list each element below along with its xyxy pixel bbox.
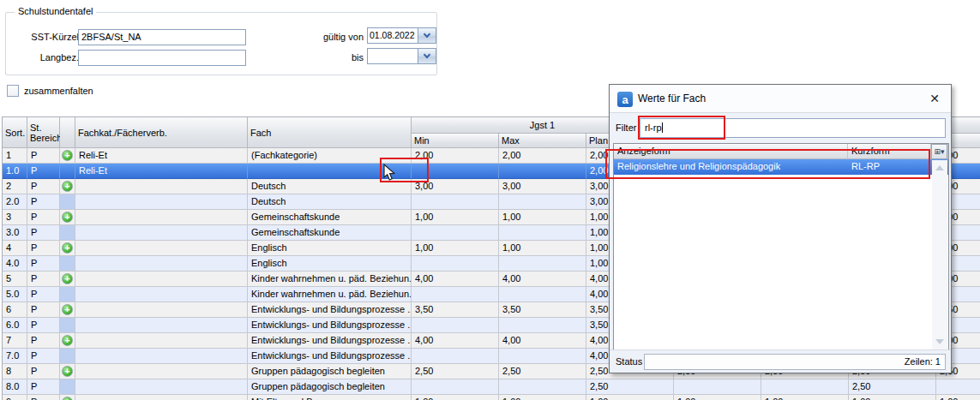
cell-value[interactable]: 3,00 bbox=[499, 179, 586, 194]
cell-fach[interactable]: Kinder wahrnehmen u. päd. Beziehun... bbox=[248, 272, 412, 287]
cell-value[interactable]: 2,50 bbox=[849, 379, 936, 395]
cell-value[interactable]: 1,00 bbox=[412, 241, 499, 256]
cell-value[interactable]: 4,00 bbox=[412, 333, 499, 349]
cell-value[interactable]: 2,00 bbox=[499, 148, 586, 164]
cell-value[interactable] bbox=[412, 318, 499, 333]
cell-value[interactable]: 2,50 bbox=[499, 364, 586, 379]
cell-fach[interactable]: Gemeinschaftskunde bbox=[248, 210, 412, 225]
cell-sort: 7 bbox=[3, 333, 27, 349]
cell-value[interactable] bbox=[499, 379, 586, 395]
add-row-plus-icon[interactable]: + bbox=[62, 242, 73, 254]
cell-st-bereich: P bbox=[27, 179, 60, 194]
cell-fachkat bbox=[75, 287, 248, 302]
table-row[interactable]: 9P+Mit Elt... und B...1,001,001,001,001,… bbox=[3, 395, 980, 400]
field-chooser-button[interactable]: ⊞▾ bbox=[931, 144, 947, 159]
cell-value[interactable] bbox=[936, 379, 980, 395]
cell-add[interactable]: + bbox=[60, 302, 75, 318]
cell-add bbox=[60, 287, 75, 302]
cell-value[interactable] bbox=[412, 287, 499, 302]
col-header-fachkat[interactable]: Fachkat./Fächerverb. bbox=[75, 117, 248, 148]
cell-value[interactable] bbox=[412, 349, 499, 364]
cell-value[interactable]: 1,00 bbox=[412, 210, 499, 225]
cell-value[interactable] bbox=[412, 379, 499, 395]
cell-value[interactable] bbox=[412, 194, 499, 210]
table-row[interactable]: 8.0PGruppen pädagogisch begleiten2,502,5… bbox=[3, 379, 980, 395]
cell-add[interactable]: + bbox=[60, 364, 75, 379]
bis-input[interactable] bbox=[367, 48, 418, 64]
add-row-plus-icon[interactable]: + bbox=[62, 181, 73, 192]
cell-add[interactable]: + bbox=[60, 333, 75, 349]
add-row-plus-icon[interactable]: + bbox=[62, 304, 73, 315]
cell-value[interactable]: 4,00 bbox=[499, 272, 586, 287]
cell-value[interactable] bbox=[499, 349, 586, 364]
add-row-plus-icon[interactable]: + bbox=[62, 150, 73, 161]
gueltig-von-input[interactable]: 01.08.2022 bbox=[367, 27, 418, 44]
cell-value[interactable] bbox=[412, 225, 499, 241]
col-header-max[interactable]: Max bbox=[499, 134, 586, 148]
cell-value[interactable] bbox=[499, 256, 586, 272]
col-header-fach[interactable]: Fach bbox=[248, 117, 412, 148]
cell-fach[interactable]: Entwicklungs- und Bildungsprozesse ... bbox=[248, 333, 412, 349]
cell-value[interactable] bbox=[674, 379, 761, 395]
cell-fach[interactable]: Entwicklungs- und Bildungsprozesse ... bbox=[248, 302, 412, 318]
bis-dropdown-button[interactable] bbox=[418, 48, 436, 64]
cell-value[interactable] bbox=[499, 287, 586, 302]
cell-sort: 4.0 bbox=[3, 256, 27, 272]
cell-value[interactable] bbox=[499, 225, 586, 241]
cell-value[interactable]: 1,00 bbox=[936, 395, 980, 400]
cell-value[interactable]: 3,50 bbox=[412, 302, 499, 318]
scroll-up-icon[interactable] bbox=[935, 165, 944, 170]
cell-value[interactable]: 1,00 bbox=[499, 210, 586, 225]
cell-fach[interactable]: Entwicklungs- und Bildungsprozesse ... bbox=[248, 318, 412, 333]
cell-value[interactable]: 3,50 bbox=[499, 302, 586, 318]
cell-value[interactable]: 1,00 bbox=[499, 395, 586, 400]
cell-fach[interactable]: Englisch bbox=[248, 256, 412, 272]
cell-sort: 1.0 bbox=[3, 164, 27, 179]
col-header-st-bereich[interactable]: St.Bereich bbox=[27, 117, 60, 148]
cell-value[interactable] bbox=[499, 164, 586, 179]
close-icon[interactable]: ✕ bbox=[927, 91, 942, 106]
cell-value[interactable] bbox=[499, 194, 586, 210]
cell-fach[interactable]: Deutsch bbox=[248, 194, 412, 210]
cell-add[interactable]: + bbox=[60, 179, 75, 194]
cell-value[interactable] bbox=[761, 379, 849, 395]
cell-value[interactable]: 1,00 bbox=[761, 395, 849, 400]
add-row-plus-icon[interactable]: + bbox=[62, 212, 73, 223]
gueltig-von-dropdown-button[interactable] bbox=[418, 27, 436, 44]
scroll-down-icon[interactable] bbox=[935, 339, 944, 344]
cell-value[interactable]: 1,00 bbox=[412, 395, 499, 400]
cell-value[interactable]: 1,00 bbox=[849, 395, 936, 400]
cell-value[interactable]: 4,00 bbox=[499, 333, 586, 349]
add-row-plus-icon[interactable]: + bbox=[62, 335, 73, 346]
cell-add[interactable]: + bbox=[60, 210, 75, 225]
dialog-titlebar[interactable]: a Werte für Fach ✕ bbox=[610, 85, 951, 113]
cell-value[interactable] bbox=[412, 256, 499, 272]
cell-value[interactable]: 4,00 bbox=[412, 272, 499, 287]
zusammenfalten-checkbox[interactable] bbox=[7, 85, 19, 97]
cell-fach[interactable]: Englisch bbox=[248, 241, 412, 256]
list-scrollbar[interactable] bbox=[932, 160, 947, 349]
cell-fach[interactable]: Entwicklungs- und Bildungsprozesse ... bbox=[248, 349, 412, 364]
cell-add[interactable]: + bbox=[60, 272, 75, 287]
sst-kuerzel-input[interactable]: 2BFSA/St_NA bbox=[78, 29, 246, 45]
cell-add[interactable]: + bbox=[60, 395, 75, 400]
langbez-input[interactable] bbox=[78, 50, 246, 66]
cell-add[interactable]: + bbox=[60, 148, 75, 164]
cell-value[interactable]: 1,00 bbox=[586, 395, 674, 400]
cell-value[interactable]: 1,00 bbox=[674, 395, 761, 400]
cell-value[interactable]: 2,50 bbox=[412, 364, 499, 379]
col-header-sort[interactable]: Sort. bbox=[3, 117, 27, 148]
col-header-min[interactable]: Min bbox=[412, 134, 499, 148]
cell-fach[interactable]: Kinder wahrnehmen u. päd. Beziehun... bbox=[248, 287, 412, 302]
cell-value[interactable]: 1,00 bbox=[499, 241, 586, 256]
add-row-plus-icon[interactable]: + bbox=[62, 397, 73, 400]
cell-fach[interactable]: Gruppen pädagogisch begleiten bbox=[248, 379, 412, 395]
cell-fach[interactable]: Gruppen pädagogisch begleiten bbox=[248, 364, 412, 379]
add-row-plus-icon[interactable]: + bbox=[62, 366, 73, 377]
cell-value[interactable] bbox=[499, 318, 586, 333]
cell-add[interactable]: + bbox=[60, 241, 75, 256]
cell-fach[interactable]: Mit Elt... und B... bbox=[248, 395, 412, 400]
cell-fach[interactable]: Gemeinschaftskunde bbox=[248, 225, 412, 241]
cell-value[interactable]: 2,50 bbox=[586, 379, 674, 395]
add-row-plus-icon[interactable]: + bbox=[62, 273, 73, 284]
